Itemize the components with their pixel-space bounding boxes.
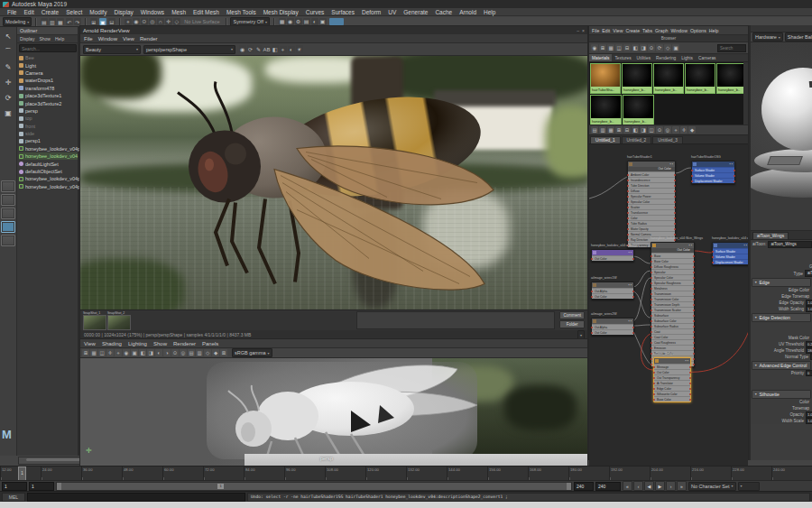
bin-tool-icon[interactable]: ◆ bbox=[688, 126, 696, 134]
tool-icon[interactable]: ✛ bbox=[2, 76, 15, 89]
material-swatch[interactable]: honeybee_b.. bbox=[622, 63, 652, 94]
playback-button[interactable]: ‹ bbox=[633, 481, 643, 491]
snap-icon[interactable]: ◇ bbox=[173, 18, 180, 25]
layout-shortcut-button[interactable] bbox=[1, 208, 15, 219]
undo-redo-icon[interactable]: ↶ bbox=[66, 18, 73, 25]
viewport-menu-item[interactable]: Show bbox=[153, 341, 167, 346]
texture-node[interactable]: ▪▪ Out AlphaOut Color bbox=[591, 318, 634, 336]
viewport-canvas[interactable]: persp ✛ bbox=[80, 358, 587, 466]
node-attribute-row[interactable]: Displacement Shader bbox=[713, 259, 748, 264]
render-canvas[interactable] bbox=[80, 56, 587, 309]
outliner-item[interactable]: front bbox=[19, 123, 78, 130]
surface-shader-node[interactable]: ▪▪ Out Color BaseBase ColorDiffuse Rough… bbox=[651, 242, 695, 367]
browser-tab[interactable]: Cameras bbox=[696, 54, 718, 61]
tool-icon[interactable]: ⌒ bbox=[2, 45, 15, 59]
browser-tab[interactable]: Materials bbox=[589, 54, 612, 61]
renderview-menu-item[interactable]: Window bbox=[98, 36, 117, 42]
viewport-tool-icon[interactable]: ◆ bbox=[212, 349, 219, 356]
outliner-item[interactable]: persp1 bbox=[19, 137, 78, 144]
outliner-item[interactable]: waterDrops1 bbox=[19, 77, 78, 84]
outliner-item[interactable]: defaultLightSet bbox=[19, 160, 78, 167]
outliner-item[interactable]: place3dTexture1 bbox=[19, 92, 78, 99]
node-attribute-row[interactable]: Out Color bbox=[592, 329, 633, 335]
snap-icon[interactable]: ◉ bbox=[133, 18, 140, 25]
menu-item[interactable]: Deform bbox=[358, 9, 384, 15]
layout-shortcut-button[interactable] bbox=[1, 180, 15, 192]
attribute-editor-tab[interactable]: aiToon_Wings bbox=[752, 232, 789, 239]
menu-item[interactable]: UV bbox=[384, 9, 400, 15]
command-language-toggle[interactable]: MEL bbox=[2, 493, 25, 502]
menu-item[interactable]: Generate bbox=[400, 9, 431, 15]
material-viewer[interactable] bbox=[751, 42, 812, 231]
gamma-dropdown[interactable]: sRGB gamma▾ bbox=[232, 348, 272, 357]
menu-item[interactable]: Surfaces bbox=[328, 9, 358, 15]
comment-input[interactable] bbox=[356, 311, 555, 329]
file-operation-icon[interactable]: ▥ bbox=[49, 18, 56, 25]
viewport-tool-icon[interactable]: ▤ bbox=[188, 349, 195, 356]
renderview-tool-icon[interactable]: ⌖ bbox=[280, 46, 287, 53]
tool-icon[interactable]: ▣ bbox=[2, 106, 15, 120]
node-editor-graph[interactable]: hairTubeShader1 ▪▪ Out Color Ambient Col… bbox=[589, 144, 748, 474]
menu-item[interactable]: Mesh Tools bbox=[223, 9, 260, 15]
ae-section-header[interactable]: ▼Silhouette bbox=[752, 390, 811, 399]
browser-tool-icon[interactable]: ◉ bbox=[591, 44, 598, 51]
viewport-tool-icon[interactable]: ◑ bbox=[163, 349, 171, 356]
toon-shader-node-selected[interactable]: ▪▪ MessageOut ColorOut TransparencyAi Tr… bbox=[653, 357, 691, 402]
current-frame-marker[interactable]: 1 bbox=[18, 466, 26, 481]
viewport-tool-icon[interactable]: ⊠ bbox=[220, 349, 227, 356]
file-operation-icon[interactable]: ▤ bbox=[41, 18, 48, 25]
type-dropdown[interactable]: aiToon bbox=[805, 270, 812, 277]
tool-icon[interactable]: ⟳ bbox=[2, 91, 15, 105]
select-hierarchy-icon[interactable]: ⊞ bbox=[90, 18, 97, 25]
browser-tool-icon[interactable]: ⊙ bbox=[648, 44, 655, 51]
menu-item[interactable]: Edit Mesh bbox=[189, 9, 223, 15]
browser-tool-icon[interactable]: ◇ bbox=[664, 44, 671, 51]
outliner-search-input[interactable] bbox=[19, 44, 77, 52]
viewport-tool-icon[interactable]: ⊞ bbox=[82, 349, 89, 356]
node-attribute-row[interactable]: Out Color bbox=[592, 255, 633, 261]
browser-header[interactable]: Browser bbox=[589, 35, 748, 42]
viewport-menu-item[interactable]: Shading bbox=[102, 341, 122, 346]
viewport-tool-icon[interactable]: ◐ bbox=[155, 349, 162, 356]
snap-icon[interactable]: ◎ bbox=[149, 18, 156, 25]
hypershade-menu-item[interactable]: Help bbox=[709, 28, 719, 33]
comment-button[interactable]: Comment bbox=[559, 311, 585, 319]
renderview-tool-icon[interactable]: ◉ bbox=[239, 45, 246, 52]
viewport-tool-icon[interactable]: ▥ bbox=[196, 349, 203, 356]
menu-item[interactable]: Mesh Display bbox=[260, 9, 302, 15]
playback-button[interactable]: ◀ bbox=[644, 481, 654, 491]
menu-item[interactable]: Mesh bbox=[168, 9, 189, 15]
viewport-tool-icon[interactable]: ◧ bbox=[139, 349, 146, 356]
browser-tool-icon[interactable]: ⊞ bbox=[599, 44, 606, 51]
node-attribute-row[interactable]: Out Color bbox=[592, 293, 633, 299]
browser-tool-icon[interactable]: ◨ bbox=[640, 44, 647, 51]
renderview-tool-icon[interactable]: ✎ bbox=[255, 45, 263, 52]
layout-shortcut-button[interactable] bbox=[1, 194, 15, 206]
status-badge[interactable] bbox=[329, 18, 344, 25]
playback-button[interactable]: › bbox=[666, 481, 676, 491]
renderview-title-bar[interactable]: Arnold RenderView –× bbox=[80, 26, 587, 34]
hypershade-menu-item[interactable]: Create bbox=[625, 28, 640, 33]
browser-tool-icon[interactable]: ▣ bbox=[672, 44, 679, 51]
hypershade-menu-item[interactable]: Edit bbox=[602, 28, 610, 33]
folder-button[interactable]: Folder bbox=[559, 320, 585, 328]
browser-tool-icon[interactable]: ⟳ bbox=[656, 44, 663, 51]
bin-tool-icon[interactable]: ▦ bbox=[607, 126, 614, 134]
render-icon[interactable]: ⚙ bbox=[295, 18, 302, 25]
bin-tool-icon[interactable]: ▤ bbox=[591, 126, 598, 134]
layout-shortcut-button[interactable] bbox=[1, 235, 15, 246]
ae-section-header[interactable]: ▼Edge Detection bbox=[752, 313, 811, 322]
browser-tab[interactable]: Lights bbox=[678, 54, 696, 61]
hypershade-menu-item[interactable]: Options bbox=[690, 28, 706, 33]
undo-redo-icon[interactable]: ↷ bbox=[74, 18, 81, 25]
outliner-item[interactable]: honeybee_lookdev_v04p bbox=[19, 145, 78, 152]
browser-tab[interactable]: Textures bbox=[612, 54, 633, 61]
render-icon[interactable]: ▤ bbox=[303, 18, 310, 25]
viewport-tool-icon[interactable]: ▦ bbox=[90, 349, 97, 356]
renderview-menu-item[interactable]: View bbox=[123, 36, 134, 42]
menu-set-dropdown[interactable]: Modeling▾ bbox=[3, 17, 32, 26]
shading-group-node[interactable]: ▪▪ Surface ShaderVolume ShaderDisplaceme… bbox=[712, 242, 748, 265]
texture-node[interactable]: ▪▪ Out AlphaOut Color bbox=[591, 282, 634, 300]
outliner-item[interactable]: defaultObjectSet bbox=[19, 168, 78, 175]
material-swatch[interactable]: hairTubeSha.. bbox=[590, 63, 621, 94]
